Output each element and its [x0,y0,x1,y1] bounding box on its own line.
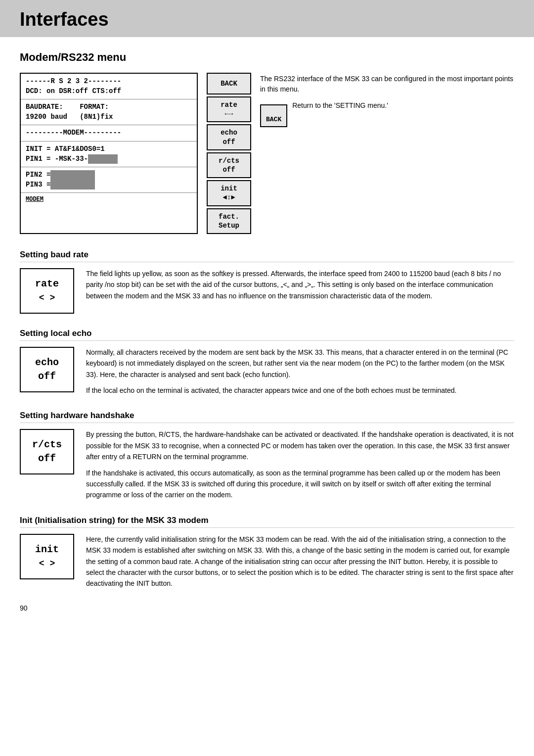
local-echo-body: echooff Normally, all characters receive… [20,347,514,396]
init-button[interactable]: init◄↕► [207,180,251,206]
rcts-softkey[interactable]: r/ctsoff [20,429,74,474]
handshake-body: r/ctsoff By pressing the button, R/CTS, … [20,429,514,500]
local-echo-section: Setting local echo echooff Normally, all… [20,329,514,396]
init-text: Here, the currently valid initialisation… [86,534,514,589]
screen-bottom: MODEM [21,193,197,206]
modem-rs232-section: Modem/RS232 menu ------R S 2 3 2--------… [20,51,514,234]
rate-softkey[interactable]: rate< > [20,268,74,314]
screen-row-3: ---------MODEM--------- [21,125,197,142]
back-row: BACK Return to the 'SETTING menu.' [260,100,514,127]
handshake-section: Setting hardware handshake r/ctsoff By p… [20,411,514,500]
baud-rate-body: rate< > The field lights up yellow, as s… [20,268,514,314]
fact-setup-button[interactable]: fact.Setup [207,208,251,234]
screen-row-5: PIN2 = PIN3 = [21,167,197,193]
screen-row-2: BAUDRATE: FORMAT: 19200 baud (8N1)fix [21,99,197,125]
rate-button[interactable]: rate←→ [207,96,251,122]
local-echo-text: Normally, all characters received by the… [86,347,514,396]
screen-row-4: INIT = AT&F1&DOS0=1 PIN1 = -MSK-33- [21,142,197,167]
modem-label: MODEM [26,196,44,203]
handshake-text: By pressing the button, R/CTS, the hardw… [86,429,514,500]
page-number: 90 [20,604,514,612]
modem-screen: ------R S 2 3 2-------- DCD: on DSR:off … [20,73,198,234]
baud-rate-text: The field lights up yellow, as soon as t… [86,268,514,301]
init-body: init< > Here, the currently valid initia… [20,534,514,589]
page-header: Interfaces [0,0,534,37]
handshake-heading: Setting hardware handshake [20,411,514,423]
screen-row-1: ------R S 2 3 2-------- DCD: on DSR:off … [21,74,197,99]
modem-menu-area: ------R S 2 3 2-------- DCD: on DSR:off … [20,73,514,234]
back-inline-button[interactable]: BACK [260,104,287,127]
modem-section-heading: Modem/RS232 menu [20,51,514,64]
modem-description: The RS232 interface of the MSK 33 can be… [260,73,514,234]
back-button[interactable]: BACK [207,73,251,94]
echo-softkey[interactable]: echooff [20,347,74,392]
page-content: Modem/RS232 menu ------R S 2 3 2--------… [0,51,534,632]
rcts-off-button[interactable]: r/ctsoff [207,152,251,178]
init-section: Init (Initialisation string) for the MSK… [20,516,514,589]
page-title: Interfaces [20,9,514,30]
baud-rate-section: Setting baud rate rate< > The field ligh… [20,250,514,314]
baud-rate-heading: Setting baud rate [20,250,514,262]
local-echo-heading: Setting local echo [20,329,514,341]
echo-off-button[interactable]: echooff [207,124,251,150]
modem-buttons: BACK rate←→ echooff r/ctsoff init◄↕► fac… [207,73,251,234]
init-heading: Init (Initialisation string) for the MSK… [20,516,514,528]
init-softkey[interactable]: init< > [20,534,74,579]
